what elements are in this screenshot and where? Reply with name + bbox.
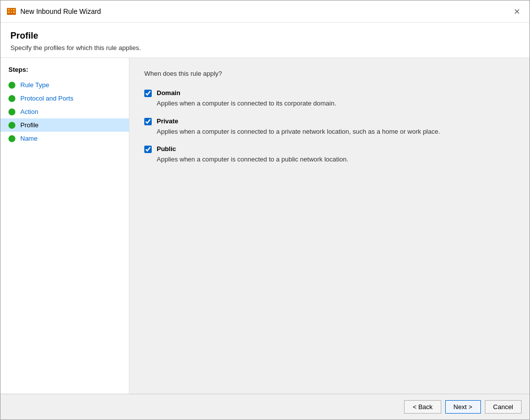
question-text: When does this rule apply? [144, 70, 515, 77]
step-dot-action [8, 108, 15, 115]
svg-rect-3 [10, 9, 11, 13]
header-section: Profile Specify the profiles for which t… [0, 23, 530, 58]
next-button[interactable]: Next > [445, 400, 481, 414]
step-dot-profile [8, 122, 15, 129]
page-title: Profile [10, 31, 520, 41]
domain-checkbox-wrapper [144, 90, 152, 97]
private-checkbox[interactable] [144, 118, 152, 125]
sidebar-item-rule-type[interactable]: Rule Type [0, 78, 129, 92]
sidebar: Steps: Rule Type Protocol and Ports Acti… [0, 58, 129, 394]
domain-description: Applies when a computer is connected to … [157, 99, 515, 108]
sidebar-item-profile[interactable]: Profile [0, 118, 129, 132]
public-option-row: Public [144, 145, 515, 153]
public-label[interactable]: Public [157, 145, 176, 153]
firewall-icon [6, 6, 16, 16]
sidebar-label-name: Name [20, 135, 38, 142]
public-option: Public Applies when a computer is connec… [144, 145, 515, 164]
page-subtitle: Specify the profiles for which this rule… [10, 44, 520, 52]
sidebar-label-rule-type: Rule Type [20, 81, 49, 89]
content-area: Steps: Rule Type Protocol and Ports Acti… [0, 58, 530, 394]
private-label[interactable]: Private [157, 117, 178, 125]
main-panel: When does this rule apply? Domain Applie… [129, 58, 530, 394]
sidebar-label-protocol-ports: Protocol and Ports [20, 95, 73, 102]
private-description: Applies when a computer is connected to … [157, 127, 515, 137]
private-option: Private Applies when a computer is conne… [144, 117, 515, 137]
svg-rect-1 [8, 9, 15, 10]
step-dot-rule-type [8, 82, 15, 89]
domain-option: Domain Applies when a computer is connec… [144, 89, 515, 108]
step-dot-name [8, 135, 15, 142]
sidebar-item-action[interactable]: Action [0, 105, 129, 118]
private-option-row: Private [144, 117, 515, 125]
title-bar: New Inbound Rule Wizard ✕ [0, 0, 530, 23]
sidebar-label-profile: Profile [20, 121, 39, 129]
close-button[interactable]: ✕ [510, 4, 524, 18]
domain-label[interactable]: Domain [157, 89, 180, 97]
step-dot-protocol-ports [8, 95, 15, 102]
back-button[interactable]: < Back [404, 400, 441, 414]
svg-rect-2 [8, 11, 15, 13]
wizard-window: New Inbound Rule Wizard ✕ Profile Specif… [0, 0, 530, 420]
svg-rect-4 [12, 9, 13, 13]
footer: < Back Next > Cancel [0, 394, 530, 420]
public-checkbox-wrapper [144, 146, 152, 153]
public-description: Applies when a computer is connected to … [157, 155, 515, 164]
sidebar-item-protocol-ports[interactable]: Protocol and Ports [0, 92, 129, 105]
sidebar-label-action: Action [20, 108, 38, 115]
domain-option-row: Domain [144, 89, 515, 97]
domain-checkbox[interactable] [144, 90, 152, 97]
private-checkbox-wrapper [144, 118, 152, 125]
title-bar-left: New Inbound Rule Wizard [6, 6, 101, 16]
sidebar-item-name[interactable]: Name [0, 132, 129, 145]
public-checkbox[interactable] [144, 146, 152, 153]
cancel-button[interactable]: Cancel [485, 400, 522, 414]
window-title: New Inbound Rule Wizard [20, 7, 101, 15]
steps-label: Steps: [0, 66, 129, 78]
